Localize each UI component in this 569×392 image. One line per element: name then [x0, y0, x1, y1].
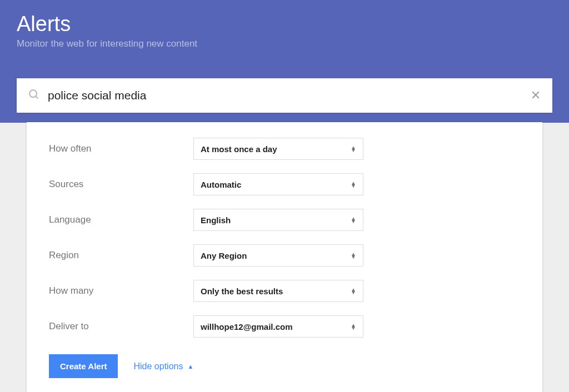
chevron-up-icon: ▲ [187, 363, 193, 370]
content-area: How often At most once a day ▲▼ Sources … [0, 122, 569, 392]
select-arrows-icon: ▲▼ [351, 288, 356, 294]
label-region: Region [49, 250, 193, 261]
select-language[interactable]: English ▲▼ [193, 209, 363, 231]
label-language: Language [49, 214, 193, 225]
svg-line-1 [36, 96, 38, 98]
select-value: English [201, 215, 231, 225]
svg-point-0 [29, 90, 37, 97]
select-how-many[interactable]: Only the best results ▲▼ [193, 280, 363, 302]
hide-options-label: Hide options [133, 361, 183, 371]
page-title: Alerts [17, 12, 552, 36]
select-arrows-icon: ▲▼ [351, 253, 356, 258]
row-how-often: How often At most once a day ▲▼ [49, 138, 520, 160]
header: Alerts Monitor the web for interesting n… [0, 0, 569, 66]
select-arrows-icon: ▲▼ [351, 217, 356, 223]
select-value: Any Region [201, 251, 247, 260]
select-value: At most once a day [201, 144, 277, 154]
select-deliver-to[interactable]: willhope12@gmail.com ▲▼ [193, 315, 363, 338]
clear-icon[interactable] [530, 88, 541, 103]
search-bar [17, 78, 552, 113]
select-arrows-icon: ▲▼ [351, 182, 356, 187]
row-region: Region Any Region ▲▼ [49, 244, 520, 267]
label-how-often: How often [49, 143, 193, 154]
actions-row: Create Alert Hide options ▲ [49, 354, 520, 378]
create-alert-button[interactable]: Create Alert [49, 354, 118, 378]
row-language: Language English ▲▼ [49, 209, 520, 231]
select-value: Automatic [201, 180, 241, 189]
options-card: How often At most once a day ▲▼ Sources … [27, 122, 542, 392]
page-subtitle: Monitor the web for interesting new cont… [17, 38, 552, 49]
row-deliver-to: Deliver to willhope12@gmail.com ▲▼ [49, 315, 520, 338]
select-region[interactable]: Any Region ▲▼ [193, 244, 363, 267]
header-banner: Alerts Monitor the web for interesting n… [0, 0, 569, 123]
label-sources: Sources [49, 179, 193, 190]
label-deliver-to: Deliver to [49, 321, 193, 332]
select-value: Only the best results [201, 287, 283, 296]
select-how-often[interactable]: At most once a day ▲▼ [193, 138, 363, 160]
label-how-many: How many [49, 285, 193, 296]
select-arrows-icon: ▲▼ [351, 324, 356, 329]
row-how-many: How many Only the best results ▲▼ [49, 280, 520, 302]
select-sources[interactable]: Automatic ▲▼ [193, 173, 363, 195]
select-value: willhope12@gmail.com [201, 322, 293, 331]
hide-options-link[interactable]: Hide options ▲ [133, 361, 193, 371]
select-arrows-icon: ▲▼ [351, 146, 356, 152]
search-input[interactable] [48, 89, 530, 102]
search-icon [28, 88, 40, 103]
row-sources: Sources Automatic ▲▼ [49, 173, 520, 195]
